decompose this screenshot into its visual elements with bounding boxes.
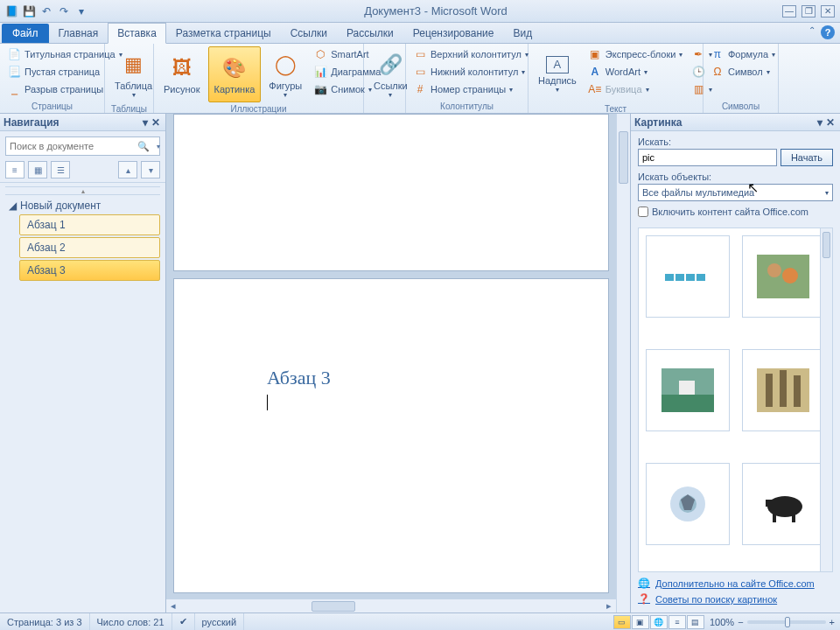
zoom-out-icon[interactable]: − <box>738 617 743 627</box>
header-button[interactable]: ▭Верхний колонтитул▾ <box>410 46 532 62</box>
page-3[interactable]: Абзац 3 <box>173 278 609 593</box>
clip-close-icon[interactable]: ✕ <box>824 116 836 129</box>
hscroll-thumb[interactable] <box>312 601 355 612</box>
nav-prev-icon[interactable]: ▴ <box>118 161 137 178</box>
search-icon[interactable]: 🔍 <box>134 141 153 152</box>
zoom-slider[interactable] <box>747 620 826 624</box>
nav-tab-results[interactable]: ☰ <box>51 161 70 178</box>
clip-result-2[interactable] <box>742 235 826 318</box>
minimize-button[interactable]: — <box>782 5 796 18</box>
page-number-button[interactable]: #Номер страницы▾ <box>410 81 532 97</box>
clip-link-tips[interactable]: ❓Советы по поиску картинок <box>638 592 833 607</box>
clip-include-office-label: Включить контент сайта Office.com <box>652 206 808 217</box>
dropcap-icon: A≡ <box>588 82 602 96</box>
clip-result-5[interactable] <box>646 463 730 545</box>
clip-go-button[interactable]: Начать <box>780 149 833 166</box>
status-page[interactable]: Страница: 3 из 3 <box>0 613 90 630</box>
nav-tree: ◢Новый документ Абзац 1 Абзац 2 Абзац 3 <box>0 195 165 284</box>
quickparts-button[interactable]: ▣Экспресс-блоки▾ <box>584 46 687 62</box>
pagenum-icon: # <box>413 82 427 96</box>
clip-scroll-thumb[interactable] <box>822 232 830 258</box>
nav-search-input[interactable] <box>6 141 134 151</box>
nav-tab-pages[interactable]: ▦ <box>28 161 47 178</box>
tab-mailings[interactable]: Рассылки <box>337 23 403 43</box>
qat-dropdown-icon[interactable]: ▾ <box>74 4 89 19</box>
status-proof[interactable]: ✔ <box>172 613 195 630</box>
svg-rect-9 <box>679 381 695 395</box>
view-print-layout[interactable]: ▭ <box>613 615 631 629</box>
collapse-ribbon-icon[interactable]: ⌃ <box>808 25 816 39</box>
dropcap-button[interactable]: A≡Буквица▾ <box>584 81 687 97</box>
document-viewport[interactable]: Абзац 3 ◂ ▸ <box>166 114 616 612</box>
clip-result-4[interactable] <box>742 349 826 431</box>
zoom-control: 100% − + <box>704 617 840 627</box>
close-button[interactable]: ✕ <box>821 5 835 18</box>
page-2[interactable] <box>173 114 609 271</box>
restore-button[interactable]: ❐ <box>802 5 816 18</box>
svg-rect-19 <box>792 514 795 522</box>
status-words[interactable]: Число слов: 21 <box>90 613 172 630</box>
horizontal-scrollbar[interactable]: ◂ ▸ <box>166 598 616 612</box>
search-dropdown-icon[interactable]: ▾ <box>153 143 164 150</box>
title-bar: 📘 💾 ↶ ↷ ▾ Документ3 - Microsoft Word — ❐… <box>0 0 840 23</box>
clip-dropdown-icon[interactable]: ▾ <box>816 116 824 129</box>
equation-button[interactable]: πФормула▾ <box>707 46 779 62</box>
nav-tab-headings[interactable]: ≡ <box>5 161 24 178</box>
clip-result-6[interactable] <box>742 463 826 545</box>
clip-objects-select[interactable]: Все файлы мультимедиа ▾ <box>638 184 833 201</box>
tab-review[interactable]: Рецензирование <box>403 23 504 43</box>
tab-home[interactable]: Главная <box>49 23 108 43</box>
symbol-button[interactable]: ΩСимвол▾ <box>707 64 779 80</box>
nav-item-1[interactable]: Абзац 1 <box>19 214 160 235</box>
zoom-in-icon[interactable]: + <box>830 617 835 627</box>
textbox-button[interactable]: AНадпись▾ <box>532 46 583 102</box>
clip-search-input[interactable] <box>638 149 777 166</box>
word-icon: 📘 <box>4 4 19 19</box>
clip-result-3[interactable] <box>646 349 730 431</box>
scroll-right-icon[interactable]: ▸ <box>602 600 616 612</box>
tab-file[interactable]: Файл <box>2 24 49 43</box>
clip-result-1[interactable] <box>646 235 730 318</box>
nav-search[interactable]: 🔍 ▾ <box>5 136 160 156</box>
wordart-button[interactable]: AWordArt▾ <box>584 64 687 80</box>
zoom-level[interactable]: 100% <box>710 617 734 627</box>
scroll-left-icon[interactable]: ◂ <box>166 600 180 612</box>
nav-item-2[interactable]: Абзац 2 <box>19 237 160 258</box>
svg-rect-8 <box>662 395 714 412</box>
view-draft[interactable]: ▤ <box>687 615 704 629</box>
clip-include-office-checkbox[interactable] <box>638 206 648 217</box>
zoom-handle[interactable] <box>785 617 790 627</box>
view-fullscreen[interactable]: ▣ <box>632 615 649 629</box>
nav-root[interactable]: ◢Новый документ <box>5 197 160 214</box>
tab-layout[interactable]: Разметка страницы <box>166 23 281 43</box>
view-web[interactable]: 🌐 <box>650 615 668 629</box>
text-cursor <box>267 395 268 410</box>
shapes-button[interactable]: ◯Фигуры▾ <box>262 46 308 102</box>
view-buttons: ▭ ▣ 🌐 ≡ ▤ <box>613 615 704 629</box>
table-button[interactable]: ▦Таблица▾ <box>108 46 158 102</box>
help-icon[interactable]: ? <box>821 25 835 39</box>
vertical-scrollbar[interactable] <box>616 114 630 612</box>
nav-dropdown-icon[interactable]: ▾ <box>141 116 150 129</box>
undo-icon[interactable]: ↶ <box>38 4 54 19</box>
nav-jump-top[interactable]: ▴ <box>5 186 160 195</box>
vscroll-thumb[interactable] <box>619 131 628 184</box>
clip-link-office[interactable]: 🌐Дополнительно на сайте Office.com <box>638 576 833 592</box>
nav-title: Навигация <box>4 116 141 129</box>
tab-view[interactable]: Вид <box>503 23 542 43</box>
save-icon[interactable]: 💾 <box>21 4 37 19</box>
nav-next-icon[interactable]: ▾ <box>141 161 160 178</box>
footer-button[interactable]: ▭Нижний колонтитул▾ <box>410 64 532 80</box>
clip-results-scrollbar[interactable] <box>820 228 832 571</box>
picture-button[interactable]: 🖼Рисунок <box>158 46 206 102</box>
nav-close-icon[interactable]: ✕ <box>150 116 162 129</box>
redo-icon[interactable]: ↷ <box>56 4 72 19</box>
tab-insert[interactable]: Вставка <box>108 23 166 44</box>
tab-references[interactable]: Ссылки <box>281 23 337 43</box>
clipart-button[interactable]: 🎨Картинка <box>208 46 262 102</box>
nav-item-3[interactable]: Абзац 3 <box>19 260 160 281</box>
status-language[interactable]: русский <box>195 613 244 630</box>
screenshot-icon: 📷 <box>313 82 327 96</box>
view-outline[interactable]: ≡ <box>668 615 686 629</box>
window-title: Документ3 - Microsoft Word <box>89 4 782 18</box>
